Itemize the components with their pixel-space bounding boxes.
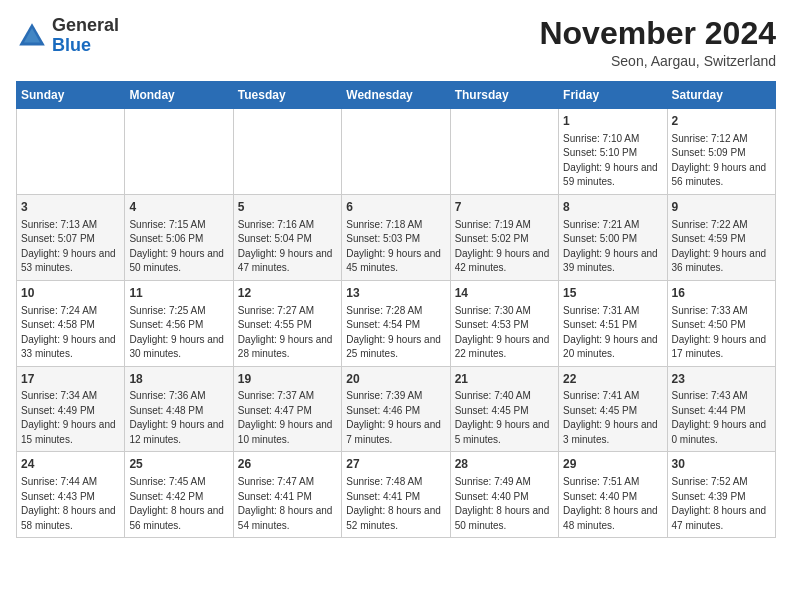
day-info: Sunrise: 7:39 AM Sunset: 4:46 PM Dayligh… (346, 389, 445, 447)
day-number: 28 (455, 456, 554, 473)
day-number: 13 (346, 285, 445, 302)
calendar-week-row: 10Sunrise: 7:24 AM Sunset: 4:58 PM Dayli… (17, 280, 776, 366)
weekday-header-row: SundayMondayTuesdayWednesdayThursdayFrid… (17, 82, 776, 109)
day-info: Sunrise: 7:25 AM Sunset: 4:56 PM Dayligh… (129, 304, 228, 362)
day-info: Sunrise: 7:18 AM Sunset: 5:03 PM Dayligh… (346, 218, 445, 276)
calendar-day-cell: 22Sunrise: 7:41 AM Sunset: 4:45 PM Dayli… (559, 366, 667, 452)
day-number: 27 (346, 456, 445, 473)
day-info: Sunrise: 7:52 AM Sunset: 4:39 PM Dayligh… (672, 475, 771, 533)
calendar-day-cell: 4Sunrise: 7:15 AM Sunset: 5:06 PM Daylig… (125, 194, 233, 280)
calendar-day-cell: 23Sunrise: 7:43 AM Sunset: 4:44 PM Dayli… (667, 366, 775, 452)
calendar-day-cell: 25Sunrise: 7:45 AM Sunset: 4:42 PM Dayli… (125, 452, 233, 538)
calendar-day-cell: 7Sunrise: 7:19 AM Sunset: 5:02 PM Daylig… (450, 194, 558, 280)
calendar-day-cell: 11Sunrise: 7:25 AM Sunset: 4:56 PM Dayli… (125, 280, 233, 366)
weekday-header: Tuesday (233, 82, 341, 109)
calendar-day-cell (450, 109, 558, 195)
calendar-day-cell: 28Sunrise: 7:49 AM Sunset: 4:40 PM Dayli… (450, 452, 558, 538)
day-number: 21 (455, 371, 554, 388)
calendar-day-cell: 27Sunrise: 7:48 AM Sunset: 4:41 PM Dayli… (342, 452, 450, 538)
calendar-week-row: 24Sunrise: 7:44 AM Sunset: 4:43 PM Dayli… (17, 452, 776, 538)
day-number: 26 (238, 456, 337, 473)
day-number: 24 (21, 456, 120, 473)
day-info: Sunrise: 7:22 AM Sunset: 4:59 PM Dayligh… (672, 218, 771, 276)
day-info: Sunrise: 7:47 AM Sunset: 4:41 PM Dayligh… (238, 475, 337, 533)
calendar-day-cell: 13Sunrise: 7:28 AM Sunset: 4:54 PM Dayli… (342, 280, 450, 366)
calendar-day-cell: 29Sunrise: 7:51 AM Sunset: 4:40 PM Dayli… (559, 452, 667, 538)
day-number: 18 (129, 371, 228, 388)
logo: General Blue (16, 16, 119, 56)
weekday-header: Wednesday (342, 82, 450, 109)
day-number: 3 (21, 199, 120, 216)
day-number: 2 (672, 113, 771, 130)
calendar-day-cell (233, 109, 341, 195)
day-number: 7 (455, 199, 554, 216)
day-info: Sunrise: 7:24 AM Sunset: 4:58 PM Dayligh… (21, 304, 120, 362)
day-number: 20 (346, 371, 445, 388)
day-info: Sunrise: 7:13 AM Sunset: 5:07 PM Dayligh… (21, 218, 120, 276)
calendar-day-cell: 6Sunrise: 7:18 AM Sunset: 5:03 PM Daylig… (342, 194, 450, 280)
calendar-day-cell: 12Sunrise: 7:27 AM Sunset: 4:55 PM Dayli… (233, 280, 341, 366)
day-number: 6 (346, 199, 445, 216)
day-number: 1 (563, 113, 662, 130)
calendar-week-row: 3Sunrise: 7:13 AM Sunset: 5:07 PM Daylig… (17, 194, 776, 280)
day-info: Sunrise: 7:41 AM Sunset: 4:45 PM Dayligh… (563, 389, 662, 447)
calendar-day-cell: 10Sunrise: 7:24 AM Sunset: 4:58 PM Dayli… (17, 280, 125, 366)
day-number: 30 (672, 456, 771, 473)
calendar-day-cell: 5Sunrise: 7:16 AM Sunset: 5:04 PM Daylig… (233, 194, 341, 280)
day-info: Sunrise: 7:30 AM Sunset: 4:53 PM Dayligh… (455, 304, 554, 362)
day-info: Sunrise: 7:19 AM Sunset: 5:02 PM Dayligh… (455, 218, 554, 276)
weekday-header: Monday (125, 82, 233, 109)
day-number: 9 (672, 199, 771, 216)
day-info: Sunrise: 7:43 AM Sunset: 4:44 PM Dayligh… (672, 389, 771, 447)
logo-blue-text: Blue (52, 35, 91, 55)
day-info: Sunrise: 7:34 AM Sunset: 4:49 PM Dayligh… (21, 389, 120, 447)
calendar-day-cell: 15Sunrise: 7:31 AM Sunset: 4:51 PM Dayli… (559, 280, 667, 366)
day-number: 29 (563, 456, 662, 473)
day-number: 23 (672, 371, 771, 388)
day-info: Sunrise: 7:36 AM Sunset: 4:48 PM Dayligh… (129, 389, 228, 447)
calendar-day-cell: 26Sunrise: 7:47 AM Sunset: 4:41 PM Dayli… (233, 452, 341, 538)
day-number: 22 (563, 371, 662, 388)
weekday-header: Saturday (667, 82, 775, 109)
day-number: 19 (238, 371, 337, 388)
day-number: 11 (129, 285, 228, 302)
day-info: Sunrise: 7:44 AM Sunset: 4:43 PM Dayligh… (21, 475, 120, 533)
day-info: Sunrise: 7:31 AM Sunset: 4:51 PM Dayligh… (563, 304, 662, 362)
logo-general-text: General (52, 15, 119, 35)
day-number: 12 (238, 285, 337, 302)
calendar-day-cell (125, 109, 233, 195)
day-number: 14 (455, 285, 554, 302)
calendar-day-cell: 17Sunrise: 7:34 AM Sunset: 4:49 PM Dayli… (17, 366, 125, 452)
calendar-day-cell (342, 109, 450, 195)
calendar-day-cell: 9Sunrise: 7:22 AM Sunset: 4:59 PM Daylig… (667, 194, 775, 280)
calendar-day-cell: 21Sunrise: 7:40 AM Sunset: 4:45 PM Dayli… (450, 366, 558, 452)
location-title: Seon, Aargau, Switzerland (539, 53, 776, 69)
day-info: Sunrise: 7:27 AM Sunset: 4:55 PM Dayligh… (238, 304, 337, 362)
calendar-day-cell: 1Sunrise: 7:10 AM Sunset: 5:10 PM Daylig… (559, 109, 667, 195)
day-info: Sunrise: 7:49 AM Sunset: 4:40 PM Dayligh… (455, 475, 554, 533)
logo-icon (16, 20, 48, 52)
day-info: Sunrise: 7:10 AM Sunset: 5:10 PM Dayligh… (563, 132, 662, 190)
calendar-day-cell: 18Sunrise: 7:36 AM Sunset: 4:48 PM Dayli… (125, 366, 233, 452)
day-number: 8 (563, 199, 662, 216)
calendar-day-cell: 30Sunrise: 7:52 AM Sunset: 4:39 PM Dayli… (667, 452, 775, 538)
day-info: Sunrise: 7:15 AM Sunset: 5:06 PM Dayligh… (129, 218, 228, 276)
month-title: November 2024 (539, 16, 776, 51)
calendar-week-row: 1Sunrise: 7:10 AM Sunset: 5:10 PM Daylig… (17, 109, 776, 195)
day-info: Sunrise: 7:12 AM Sunset: 5:09 PM Dayligh… (672, 132, 771, 190)
day-info: Sunrise: 7:40 AM Sunset: 4:45 PM Dayligh… (455, 389, 554, 447)
day-number: 16 (672, 285, 771, 302)
calendar-day-cell: 24Sunrise: 7:44 AM Sunset: 4:43 PM Dayli… (17, 452, 125, 538)
day-info: Sunrise: 7:21 AM Sunset: 5:00 PM Dayligh… (563, 218, 662, 276)
weekday-header: Sunday (17, 82, 125, 109)
calendar-week-row: 17Sunrise: 7:34 AM Sunset: 4:49 PM Dayli… (17, 366, 776, 452)
day-info: Sunrise: 7:33 AM Sunset: 4:50 PM Dayligh… (672, 304, 771, 362)
day-number: 17 (21, 371, 120, 388)
day-info: Sunrise: 7:16 AM Sunset: 5:04 PM Dayligh… (238, 218, 337, 276)
weekday-header: Thursday (450, 82, 558, 109)
day-number: 5 (238, 199, 337, 216)
weekday-header: Friday (559, 82, 667, 109)
day-number: 4 (129, 199, 228, 216)
page-header: General Blue November 2024 Seon, Aargau,… (16, 16, 776, 69)
day-info: Sunrise: 7:37 AM Sunset: 4:47 PM Dayligh… (238, 389, 337, 447)
